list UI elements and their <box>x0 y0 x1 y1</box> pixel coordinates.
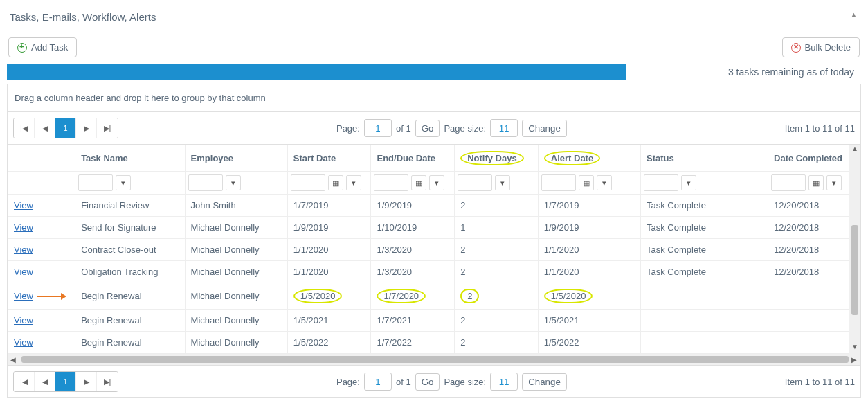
view-link[interactable]: View <box>14 315 33 325</box>
filter-icon[interactable]: ▾ <box>826 175 842 190</box>
scroll-thumb-h[interactable] <box>21 356 849 363</box>
filter-notify-input[interactable] <box>458 174 492 191</box>
pagesize-input[interactable] <box>490 119 518 137</box>
cell-completed: 12/20/2018 <box>768 217 860 239</box>
calendar-icon[interactable]: ▦ <box>328 175 343 190</box>
filter-icon[interactable]: ▾ <box>681 175 696 190</box>
cell-status: Task Complete <box>641 217 768 239</box>
pager-top: |◀ ◀ 1 ▶ ▶| Page: of 1 Go Page size: Cha… <box>8 112 860 145</box>
pager-page-1-button[interactable]: 1 <box>55 372 76 391</box>
page-input[interactable] <box>364 119 392 137</box>
cell-notify: 2 <box>455 332 539 354</box>
scroll-right-icon[interactable]: ▶ <box>849 356 860 364</box>
col-alert-date[interactable]: Alert Date <box>538 145 640 172</box>
cell-task: Contract Close-out <box>75 239 185 261</box>
cell-notify: 1 <box>455 217 539 239</box>
col-employee[interactable]: Employee <box>185 145 287 172</box>
cell-status: Task Complete <box>641 195 768 217</box>
cell-task: Obligation Tracking <box>75 261 185 283</box>
filter-icon[interactable]: ▾ <box>495 175 510 190</box>
scroll-down-icon[interactable]: ▼ <box>851 343 858 354</box>
pager-page-1-button[interactable]: 1 <box>55 118 76 138</box>
filter-end-input[interactable] <box>374 174 408 191</box>
scroll-left-icon[interactable]: ◀ <box>8 356 19 364</box>
pager-first-button[interactable]: |◀ <box>14 118 35 138</box>
pager-next-button[interactable]: ▶ <box>76 118 97 138</box>
view-link[interactable]: View <box>14 337 33 348</box>
cell-completed <box>768 310 860 332</box>
collapse-icon[interactable]: ▲ <box>851 11 857 18</box>
cell-status: Task Complete <box>641 261 768 283</box>
cell-completed: 12/20/2018 <box>768 239 860 261</box>
cell-alert: 1/5/2020 <box>538 283 640 310</box>
col-end-date[interactable]: End/Due Date <box>371 145 455 172</box>
cell-alert: 1/9/2019 <box>538 217 640 239</box>
pager-first-button[interactable]: |◀ <box>14 372 35 391</box>
filter-task-input[interactable] <box>78 174 113 191</box>
cell-end: 1/10/2019 <box>371 217 455 239</box>
col-date-completed[interactable]: Date Completed <box>768 145 860 172</box>
cell-end: 1/3/2020 <box>371 239 455 261</box>
pagesize-input[interactable] <box>490 373 518 391</box>
cell-task: Financial Review <box>75 195 185 217</box>
col-view[interactable] <box>8 145 75 172</box>
add-task-button[interactable]: Add Task <box>8 37 77 57</box>
filter-icon[interactable]: ▾ <box>346 175 361 190</box>
cell-alert: 1/1/2020 <box>538 239 640 261</box>
calendar-icon[interactable]: ▦ <box>808 175 824 190</box>
calendar-icon[interactable]: ▦ <box>579 175 594 190</box>
calendar-icon[interactable]: ▦ <box>411 175 426 190</box>
cell-start: 1/5/2021 <box>287 310 371 332</box>
horizontal-scrollbar[interactable]: ◀ ▶ <box>8 354 860 365</box>
cell-status <box>641 332 768 354</box>
filter-start-input[interactable] <box>291 174 325 191</box>
filter-icon[interactable]: ▾ <box>429 175 444 190</box>
pager-last-button[interactable]: ▶| <box>97 118 118 138</box>
filter-icon[interactable]: ▾ <box>226 175 241 190</box>
pager-middle: Page: of 1 Go Page size: Change <box>336 119 567 137</box>
view-link[interactable]: View <box>14 244 33 255</box>
scroll-thumb[interactable] <box>851 225 858 315</box>
view-link[interactable]: View <box>14 291 33 301</box>
filter-row: ▾ ▾ ▦▾ ▦▾ ▾ ▦▾ ▾ ▦▾ <box>8 172 860 195</box>
filter-employee-input[interactable] <box>188 174 223 191</box>
col-status[interactable]: Status <box>641 145 768 172</box>
go-button[interactable]: Go <box>415 120 440 137</box>
bulk-delete-button[interactable]: Bulk Delete <box>782 37 860 57</box>
page-input[interactable] <box>364 373 392 391</box>
cell-start: 1/5/2020 <box>287 283 371 310</box>
pagesize-label: Page size: <box>444 377 486 387</box>
filter-icon[interactable]: ▾ <box>116 175 131 190</box>
change-button[interactable]: Change <box>522 120 567 137</box>
cell-employee: Michael Donnelly <box>185 332 287 354</box>
col-notify-days[interactable]: Notify Days <box>455 145 539 172</box>
view-link[interactable]: View <box>14 267 33 277</box>
scroll-up-icon[interactable]: ▲ <box>851 145 858 156</box>
go-button[interactable]: Go <box>415 373 440 391</box>
view-link[interactable]: View <box>14 222 33 233</box>
plus-circle-icon <box>17 43 27 53</box>
table-row: ViewBegin RenewalMichael Donnelly1/5/202… <box>8 310 860 332</box>
filter-icon[interactable]: ▾ <box>597 175 612 190</box>
cell-status: Task Complete <box>641 239 768 261</box>
cell-completed <box>768 332 860 354</box>
pager-next-button[interactable]: ▶ <box>76 372 97 391</box>
pager-last-button[interactable]: ▶| <box>97 372 118 391</box>
pager-prev-button[interactable]: ◀ <box>35 372 55 391</box>
vertical-scrollbar[interactable]: ▲ ▼ <box>849 145 860 354</box>
filter-alert-input[interactable] <box>541 174 576 191</box>
col-start-date[interactable]: Start Date <box>287 145 371 172</box>
pagesize-label: Page size: <box>444 123 486 134</box>
group-drop-zone[interactable]: Drag a column header and drop it here to… <box>8 84 860 112</box>
cell-alert: 1/7/2019 <box>538 195 640 217</box>
pager-prev-button[interactable]: ◀ <box>35 118 55 138</box>
table-row: ViewFinancial ReviewJohn Smith1/7/20191/… <box>8 195 860 217</box>
view-link[interactable]: View <box>14 200 33 211</box>
filter-status-input[interactable] <box>644 174 678 191</box>
table-row: ViewBegin RenewalMichael Donnelly1/5/202… <box>8 332 860 354</box>
change-button[interactable]: Change <box>522 373 567 391</box>
col-task-name[interactable]: Task Name <box>75 145 185 172</box>
cell-start: 1/5/2022 <box>287 332 371 354</box>
filter-completed-input[interactable] <box>771 174 806 191</box>
cell-alert: 1/5/2021 <box>538 310 640 332</box>
